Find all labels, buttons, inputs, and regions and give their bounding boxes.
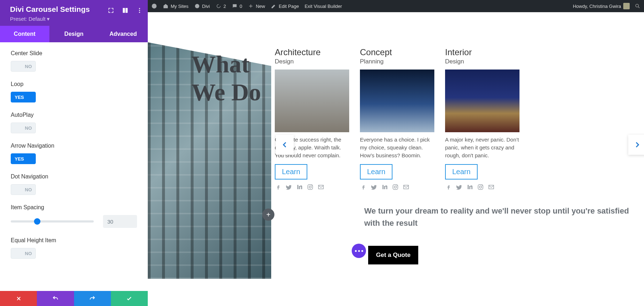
tab-content[interactable]: Content [0, 26, 49, 42]
item-spacing-label: Item Spacing [11, 204, 137, 211]
svg-point-7 [309, 186, 311, 188]
card-socials [445, 184, 519, 192]
card-desc: A major key, never panic. Don’t panic, w… [445, 136, 519, 159]
preset-selector[interactable]: Preset: Default ▾ [10, 16, 141, 22]
instagram-icon[interactable] [392, 184, 399, 192]
save-button[interactable] [111, 291, 148, 306]
mail-icon[interactable] [403, 184, 409, 192]
linkedin-icon[interactable] [467, 184, 473, 192]
carousel-prev[interactable] [276, 135, 294, 155]
equal-height-label: Equal Height Item [11, 237, 137, 244]
updates[interactable]: 2 [216, 3, 226, 9]
linkedin-icon[interactable] [381, 184, 388, 192]
carousel-card: Interior Design A major key, never panic… [445, 47, 519, 201]
center-slide-toggle[interactable]: NO [11, 61, 36, 72]
redo-button[interactable] [74, 291, 111, 306]
new[interactable]: New [248, 3, 265, 9]
twitter-icon[interactable] [456, 184, 462, 192]
svg-point-3 [152, 4, 156, 8]
twitter-icon[interactable] [371, 184, 377, 192]
hero-title: What We Do [191, 50, 261, 106]
settings-panel: Divi Carousel Settings Preset: Default ▾… [0, 0, 148, 306]
card-image [275, 70, 349, 132]
wp-logo[interactable] [151, 3, 157, 9]
edit-page[interactable]: Edit Page [271, 3, 299, 9]
my-sites[interactable]: My Sites [163, 3, 189, 9]
svg-point-11 [396, 185, 397, 186]
autoplay-toggle[interactable]: NO [11, 123, 36, 133]
settings-body: Center Slide NO Loop YES AutoPlay NO Arr… [0, 42, 148, 291]
more-icon[interactable] [136, 7, 143, 15]
svg-point-13 [479, 186, 482, 188]
item-spacing-slider[interactable] [11, 220, 94, 223]
svg-point-1 [139, 10, 140, 11]
facebook-icon[interactable] [445, 184, 452, 192]
tab-design[interactable]: Design [49, 26, 99, 42]
instagram-icon[interactable] [477, 184, 484, 192]
svg-point-4 [195, 4, 199, 8]
dot-nav-label: Dot Navigation [11, 173, 137, 180]
slider-thumb[interactable] [34, 218, 40, 225]
columns-icon[interactable] [122, 7, 128, 15]
instagram-icon[interactable] [307, 184, 313, 192]
svg-point-14 [482, 185, 482, 186]
loop-toggle[interactable]: YES [11, 92, 36, 102]
settings-footer [0, 291, 148, 306]
card-subtitle: Design [445, 58, 519, 65]
svg-point-10 [394, 186, 396, 188]
site-name[interactable]: Divi [194, 3, 210, 9]
facebook-icon[interactable] [275, 184, 281, 192]
settings-tabs: Content Design Advanced [0, 26, 148, 42]
svg-point-2 [139, 12, 140, 13]
get-quote-button[interactable]: Get a Quote [368, 246, 418, 264]
twitter-icon[interactable] [286, 184, 292, 192]
center-slide-label: Center Slide [11, 50, 137, 57]
svg-point-5 [636, 4, 639, 7]
mail-icon[interactable] [318, 184, 324, 192]
carousel-next[interactable] [628, 135, 644, 155]
learn-button[interactable]: Learn [275, 164, 307, 180]
exit-visual-builder[interactable]: Exit Visual Builder [304, 4, 342, 9]
card-title: Concept [360, 47, 434, 57]
undo-button[interactable] [37, 291, 74, 306]
card-desc: Everyone has a choice. I pick my choice,… [360, 136, 434, 159]
arrow-nav-toggle[interactable]: YES [11, 153, 36, 164]
comments[interactable]: 0 [232, 3, 242, 9]
card-subtitle: Design [275, 58, 349, 65]
carousel-card: Concept Planning Everyone has a choice. … [360, 47, 434, 201]
learn-button[interactable]: Learn [445, 164, 478, 180]
wp-admin-bar: My Sites Divi 2 0 New Edit Page Exit Vis… [148, 0, 644, 12]
svg-point-8 [311, 185, 312, 186]
card-image [445, 70, 519, 132]
card-image [360, 70, 434, 132]
card-socials [275, 184, 349, 192]
arrow-nav-label: Arrow Navigation [11, 143, 137, 149]
linkedin-icon[interactable] [296, 184, 303, 192]
card-title: Architecture [275, 47, 349, 57]
dot-nav-toggle[interactable]: NO [11, 184, 36, 195]
avatar [623, 3, 630, 9]
carousel-card: Architecture Design Celebrate success ri… [275, 47, 349, 201]
search-icon[interactable] [635, 3, 640, 9]
card-title: Interior [445, 47, 519, 57]
svg-point-0 [139, 8, 140, 9]
cancel-button[interactable] [0, 291, 37, 306]
carousel: Architecture Design Celebrate success ri… [275, 47, 644, 201]
tagline: We turn your dream to reality and we'll … [364, 205, 633, 229]
add-module-button[interactable]: + [262, 209, 274, 221]
howdy-user[interactable]: Howdy, Christina Gwira [573, 3, 630, 9]
settings-header: Divi Carousel Settings Preset: Default ▾ [0, 0, 148, 26]
card-subtitle: Planning [360, 58, 434, 65]
autoplay-label: AutoPlay [11, 112, 137, 118]
equal-height-toggle[interactable]: NO [11, 248, 36, 259]
loop-label: Loop [11, 81, 137, 87]
mail-icon[interactable] [488, 184, 494, 192]
divi-fab[interactable] [352, 244, 366, 258]
learn-button[interactable]: Learn [360, 164, 392, 180]
item-spacing-value[interactable]: 30 [103, 215, 137, 228]
card-socials [360, 184, 434, 192]
page-preview: What We Do + Architecture Design Celebra… [148, 12, 644, 306]
facebook-icon[interactable] [360, 184, 366, 192]
expand-icon[interactable] [108, 7, 114, 15]
tab-advanced[interactable]: Advanced [98, 26, 148, 42]
